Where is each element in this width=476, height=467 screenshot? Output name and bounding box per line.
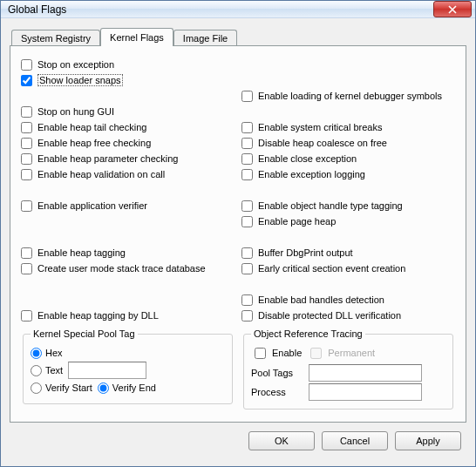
chk-buffer-dbgprint-box[interactable] <box>241 247 253 259</box>
chk-heap-free-box[interactable] <box>21 138 32 149</box>
ok-button[interactable]: OK <box>248 431 315 450</box>
chk-stop-hung-gui-label: Stop on hung GUI <box>37 106 114 117</box>
chk-kernel-dbg-sym[interactable]: Enable loading of kernel debugger symbol… <box>241 88 455 104</box>
chk-ort-enable-label: Enable <box>272 348 302 358</box>
chk-disable-dll-verif[interactable]: Disable protected DLL verification <box>241 308 455 323</box>
titlebar[interactable]: Global Flags <box>1 1 475 18</box>
close-button[interactable] <box>433 1 472 17</box>
chk-heap-tag-dll-label: Enable heap tagging by DLL <box>37 310 159 321</box>
radio-verify-end-label: Verify End <box>112 382 156 393</box>
chk-sys-crit-breaks-box[interactable] <box>241 122 253 133</box>
radio-verify-end-input[interactable] <box>98 382 109 394</box>
chk-buffer-dbgprint[interactable]: Buffer DbgPrint output <box>241 245 455 261</box>
ort-process-input[interactable] <box>309 383 422 401</box>
chk-show-loader-snaps[interactable]: Show loader snaps <box>21 72 235 88</box>
ort-pool-tags-input[interactable] <box>309 364 422 382</box>
chk-bad-handles-label: Enable bad handles detection <box>258 294 384 305</box>
tab-image-file[interactable]: Image File <box>173 30 237 46</box>
chk-early-critsec[interactable]: Early critical section event creation <box>241 261 455 276</box>
radio-verify-start[interactable]: Verify Start <box>31 382 92 394</box>
chk-page-heap-box[interactable] <box>241 216 253 227</box>
chk-heap-tag-dll-box[interactable] <box>21 310 32 321</box>
chk-app-verifier[interactable]: Enable application verifier <box>21 198 235 213</box>
apply-button[interactable]: Apply <box>395 431 461 450</box>
chk-obj-handle-tag-label: Enable object handle type tagging <box>258 200 403 211</box>
group-kernel-special-pool-tag-legend: Kernel Special Pool Tag <box>31 328 138 339</box>
chk-stop-exception-label: Stop on exception <box>37 59 114 70</box>
chk-early-critsec-box[interactable] <box>241 263 253 274</box>
chk-disable-coalesce-box[interactable] <box>241 138 253 149</box>
chk-stop-exception-box[interactable] <box>21 59 32 71</box>
chk-buffer-dbgprint-label: Buffer DbgPrint output <box>258 247 353 258</box>
radio-text[interactable]: Text <box>31 365 63 376</box>
chk-heap-valid-label: Enable heap validation on call <box>37 169 165 179</box>
chk-heap-param[interactable]: Enable heap parameter checking <box>21 151 235 166</box>
chk-heap-valid-box[interactable] <box>21 169 32 180</box>
chk-exception-logging[interactable]: Enable exception logging <box>241 166 455 182</box>
chk-exception-logging-label: Enable exception logging <box>258 169 365 179</box>
chk-show-loader-snaps-box[interactable] <box>21 75 32 86</box>
chk-stop-hung-gui[interactable]: Stop on hung GUI <box>21 104 235 119</box>
chk-early-critsec-label: Early critical section event creation <box>258 263 405 274</box>
chk-heap-valid[interactable]: Enable heap validation on call <box>21 166 235 182</box>
chk-close-exception[interactable]: Enable close exception <box>241 151 455 166</box>
chk-heap-tail[interactable]: Enable heap tail checking <box>21 119 235 135</box>
chk-heap-tag-dll[interactable]: Enable heap tagging by DLL <box>21 308 235 323</box>
chk-app-verifier-label: Enable application verifier <box>37 200 147 211</box>
radio-verify-start-input[interactable] <box>31 382 42 394</box>
radio-text-input[interactable] <box>31 365 42 376</box>
radio-verify-end[interactable]: Verify End <box>98 382 156 394</box>
chk-user-stack-db-box[interactable] <box>21 263 32 274</box>
tab-system-registry[interactable]: System Registry <box>11 30 100 46</box>
chk-ort-permanent: Permanent <box>307 345 375 362</box>
chk-page-heap[interactable]: Enable page heap <box>241 213 455 229</box>
chk-disable-dll-verif-box[interactable] <box>241 310 253 321</box>
button-bar: OK Cancel Apply <box>10 423 466 457</box>
group-object-reference-tracing: Object Reference Tracing Enable Permanen… <box>243 328 453 409</box>
chk-ort-enable[interactable]: Enable <box>251 345 302 362</box>
chk-heap-free-label: Enable heap free checking <box>37 138 151 148</box>
tab-kernel-flags[interactable]: Kernel Flags <box>100 28 173 46</box>
radio-hex[interactable]: Hex <box>31 348 63 359</box>
ort-process-label: Process <box>251 387 303 397</box>
chk-heap-tagging-box[interactable] <box>21 247 32 259</box>
pool-tag-input[interactable] <box>68 362 146 379</box>
chk-sys-crit-breaks[interactable]: Enable system critical breaks <box>241 119 455 135</box>
chk-ort-enable-box[interactable] <box>255 348 266 359</box>
chk-sys-crit-breaks-label: Enable system critical breaks <box>258 122 382 132</box>
chk-app-verifier-box[interactable] <box>21 200 32 212</box>
ort-pool-tags-label: Pool Tags <box>251 368 303 378</box>
cancel-button[interactable]: Cancel <box>322 431 388 450</box>
chk-close-exception-label: Enable close exception <box>258 153 357 164</box>
chk-heap-tail-box[interactable] <box>21 122 32 133</box>
chk-heap-param-box[interactable] <box>21 153 32 165</box>
chk-heap-tail-label: Enable heap tail checking <box>37 122 146 132</box>
chk-heap-tagging[interactable]: Enable heap tagging <box>21 245 235 261</box>
chk-obj-handle-tag-box[interactable] <box>241 200 253 212</box>
chk-disable-coalesce[interactable]: Disable heap coalesce on free <box>241 135 455 151</box>
chk-kernel-dbg-sym-box[interactable] <box>241 91 253 102</box>
chk-heap-free[interactable]: Enable heap free checking <box>21 135 235 151</box>
chk-obj-handle-tag[interactable]: Enable object handle type tagging <box>241 198 455 213</box>
chk-stop-hung-gui-box[interactable] <box>21 106 32 118</box>
radio-hex-input[interactable] <box>31 348 42 359</box>
chk-heap-param-label: Enable heap parameter checking <box>37 153 178 164</box>
chk-ort-permanent-label: Permanent <box>328 348 375 358</box>
chk-heap-tagging-label: Enable heap tagging <box>37 247 126 258</box>
chk-page-heap-label: Enable page heap <box>258 216 336 227</box>
chk-bad-handles[interactable]: Enable bad handles detection <box>241 292 455 308</box>
chk-stop-exception[interactable]: Stop on exception <box>21 57 235 72</box>
chk-bad-handles-box[interactable] <box>241 294 253 306</box>
chk-kernel-dbg-sym-label: Enable loading of kernel debugger symbol… <box>258 91 442 101</box>
chk-user-stack-db-label: Create user mode stack trace database <box>37 263 206 274</box>
chk-exception-logging-box[interactable] <box>241 169 253 180</box>
tabstrip: System Registry Kernel Flags Image File <box>11 28 466 46</box>
chk-disable-coalesce-label: Disable heap coalesce on free <box>258 138 387 148</box>
tab-page-kernel-flags: Stop on exception Show loader snaps Stop… <box>10 45 466 423</box>
chk-user-stack-db[interactable]: Create user mode stack trace database <box>21 261 235 276</box>
radio-text-label: Text <box>45 365 63 376</box>
chk-disable-dll-verif-label: Disable protected DLL verification <box>258 310 401 321</box>
chk-close-exception-box[interactable] <box>241 153 253 165</box>
radio-verify-start-label: Verify Start <box>45 382 92 393</box>
radio-hex-label: Hex <box>45 348 63 358</box>
